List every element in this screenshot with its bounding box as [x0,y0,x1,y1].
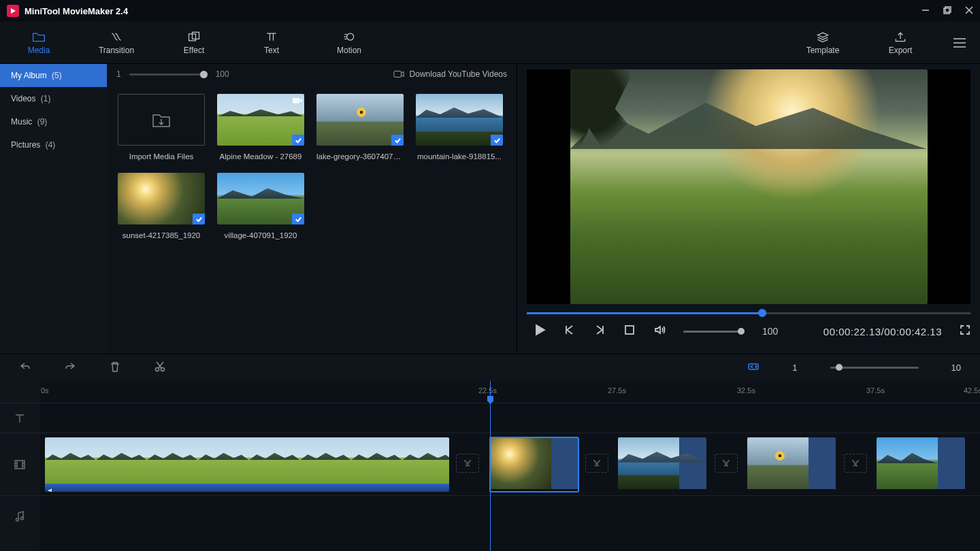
playhead[interactable] [490,381,491,551]
thumb-size-slider[interactable] [129,73,208,76]
tab-effect[interactable]: Effect [155,22,233,64]
volume-value: 100 [762,326,778,337]
timeline-clip[interactable] [877,437,965,492]
media-item[interactable]: Alpine Meadow - 27689 [217,94,304,161]
sidebar-item-pictures[interactable]: Pictures (4) [0,133,107,156]
thumb-size-min: 1 [116,69,121,79]
delete-button[interactable] [109,361,121,375]
media-item[interactable]: lake-gregory-3607407_... [316,94,404,161]
transition-slot[interactable] [585,454,608,473]
svg-point-7 [347,33,354,40]
svg-rect-2 [945,7,951,12]
time-display: 00:00:22.13/00:00:42.13 [823,326,942,337]
svg-rect-11 [393,71,401,78]
minimize-icon[interactable] [921,5,930,17]
svg-point-19 [21,517,24,520]
track-header-text[interactable] [0,403,39,433]
menu-button[interactable] [939,37,980,49]
tab-media[interactable]: Media [0,22,78,64]
timeline-clip[interactable] [747,437,836,492]
transition-slot[interactable] [715,454,738,473]
tab-motion[interactable]: Motion [310,22,388,64]
app-title: MiniTool MovieMaker 2.4 [24,6,128,16]
timeline-toolbar: 1 10 [0,354,980,381]
svg-point-18 [16,518,19,521]
svg-rect-1 [944,8,949,14]
video-track[interactable] [39,433,980,495]
preview-frame [570,69,928,304]
zoom-slider[interactable] [830,367,919,369]
import-media-button[interactable]: Import Media Files [118,94,205,161]
next-frame-button[interactable] [593,324,606,339]
play-button[interactable] [534,324,546,339]
sidebar-item-music[interactable]: Music (9) [0,110,107,133]
media-sidebar: My Album (5) Videos (1) Music (9) Pictur… [0,64,107,354]
ruler-tick: 27.5s [608,386,626,395]
fullscreen-button[interactable] [960,324,970,338]
close-icon[interactable] [965,5,973,17]
main-toolbar: Media Transition Effect Text Motion Temp… [0,22,980,64]
stop-button[interactable] [623,324,636,339]
timeline-clip[interactable] [618,437,706,492]
tab-transition[interactable]: Transition [78,22,155,64]
zoom-max: 10 [951,363,961,373]
ruler-tick: 37.5s [866,386,885,395]
tab-text[interactable]: Text [233,22,310,64]
media-item[interactable]: village-407091_1920 [217,173,304,239]
time-ruler[interactable]: 0s22.5s27.5s32.5s37.5s42.5s [39,381,980,403]
sidebar-item-myalbum[interactable]: My Album (5) [0,64,107,87]
maximize-icon[interactable] [943,5,951,17]
fit-timeline-button[interactable] [747,361,760,375]
undo-button[interactable] [19,361,31,375]
svg-rect-13 [625,326,634,334]
media-item[interactable]: mountain-lake-918815... [416,94,503,161]
cut-button[interactable] [154,361,166,375]
text-track[interactable] [39,403,980,433]
track-header-audio[interactable] [0,495,39,536]
ruler-tick: 42.5s [964,386,980,395]
title-bar: MiniTool MovieMaker 2.4 [0,0,980,22]
preview-panel: 100 00:00:22.13/00:00:42.13 [517,64,980,354]
transition-slot[interactable] [844,454,867,473]
ruler-tick: 22.5s [478,386,497,395]
ruler-tick: 0s [41,386,49,395]
svg-point-15 [161,367,165,371]
thumb-size-max: 100 [216,69,229,79]
svg-rect-17 [15,461,24,469]
preview-canvas[interactable] [527,69,970,304]
zoom-min: 1 [792,363,797,373]
svg-point-14 [156,367,159,371]
audio-track[interactable] [39,495,980,536]
tab-template[interactable]: Template [784,22,862,64]
app-logo [7,5,19,17]
redo-button[interactable] [64,361,76,375]
media-panel: 1 100 Download YouTube Videos Import Med… [107,64,517,354]
sidebar-item-videos[interactable]: Videos (1) [0,87,107,110]
download-youtube-button[interactable]: Download YouTube Videos [393,69,507,79]
ruler-tick: 32.5s [737,386,755,395]
preview-scrubber[interactable] [527,308,970,318]
volume-slider[interactable] [683,331,745,333]
timeline-clip[interactable] [45,437,449,492]
transition-slot[interactable] [456,454,479,473]
volume-icon[interactable] [653,324,666,339]
media-item[interactable]: sunset-4217385_1920 [118,173,205,239]
svg-rect-12 [293,98,299,103]
timeline: 0s22.5s27.5s32.5s37.5s42.5s [0,381,980,551]
tab-export[interactable]: Export [862,22,939,64]
prev-frame-button[interactable] [564,324,576,339]
track-header-video[interactable] [0,433,39,495]
timeline-clip[interactable] [490,437,578,492]
